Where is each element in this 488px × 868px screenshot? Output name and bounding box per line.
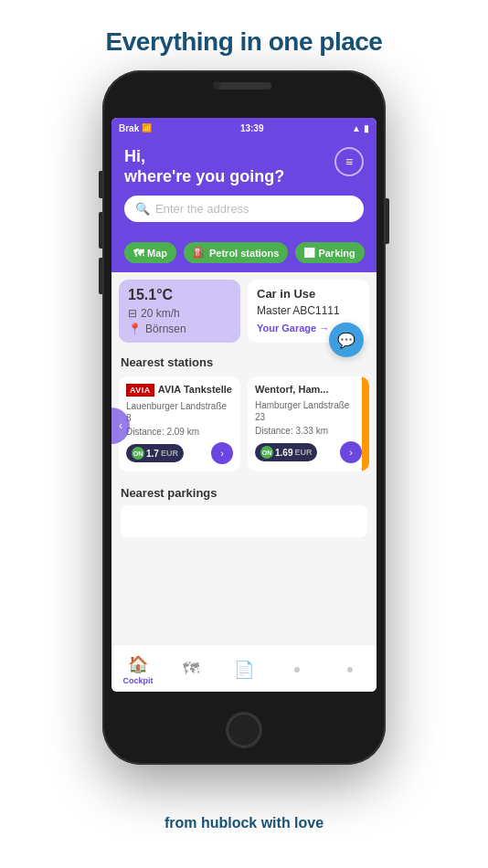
car-in-use-label: Car in Use [257,287,360,301]
map-filter-label: Map [147,248,167,259]
cockpit-nav-label: Cockpit [122,676,153,685]
map-filter-button[interactable]: 🗺 Map [124,242,176,263]
nav-item-cockpit[interactable]: 🏠 Cockpit [111,654,164,685]
station-1-price: 1.7 [146,449,159,459]
location-name: Börnsen [145,323,186,335]
phone-top-bar [102,70,386,125]
petrol-filter-button[interactable]: ⛽ Petrol stations [184,242,288,263]
station-1-on-indicator: ON [132,447,144,460]
page-tagline: from hublock with love [0,801,488,850]
station-1-address: Lauenburger Landstraße 8 [126,400,233,424]
search-icon: 🔍 [135,202,150,216]
station-2-currency: EUR [294,448,312,457]
station-1-price-badge: ON 1.7 EUR [126,444,184,462]
home-button[interactable] [226,712,262,748]
nav-item-dot2[interactable] [324,667,377,672]
station-card-2[interactable]: Wentorf, Ham... Hamburger Landstraße 23 … [248,376,369,471]
speed-value: 20 km/h [141,307,180,320]
nav-item-docs[interactable]: 📄 [217,660,271,680]
station-2-distance: Distance: 3.33 km [255,426,362,436]
parking-icon: 🅿 [304,248,314,259]
station-2-price: 1.69 [275,448,292,458]
nav-dot-2 [347,667,353,672]
temperature-display: 15.1°C [128,287,231,303]
phone-screen: Brak 📶 13:39 ▲ ▮ Hi, where're you going? [111,118,377,692]
nav-item-dot1[interactable] [271,667,324,672]
map-nav-icon: 🗺 [183,660,199,679]
station-2-address: Hamburger Landstraße 23 [255,399,362,423]
nav-item-map[interactable]: 🗺 [164,660,217,679]
speaker [217,82,271,90]
station-card-1[interactable]: AVIA AVIA Tankstelle Lauenburger Landstr… [119,376,240,471]
phone-frame: Brak 📶 13:39 ▲ ▮ Hi, where're you going? [102,70,386,765]
petrol-icon: ⛽ [193,247,206,259]
location-display: 📍 Börnsen [128,323,231,335]
search-bar[interactable]: 🔍 Enter the address [124,196,364,222]
nearest-parkings-title: Nearest parkings [121,482,367,503]
station-2-on-indicator: ON [260,446,273,459]
station-1-footer: ON 1.7 EUR › [126,442,233,464]
car-plate: Master ABC1111 [257,304,360,317]
wind-speed: ⊟ 20 km/h [128,307,231,320]
nav-dot-1 [294,667,300,672]
search-placeholder: Enter the address [155,202,249,216]
info-cards-row: 15.1°C ⊟ 20 km/h 📍 Börnsen Car in Use Ma… [111,272,377,350]
petrol-filter-label: Petrol stations [209,248,279,259]
chat-fab-button[interactable]: 💬 [329,323,364,357]
station-1-currency: EUR [161,449,178,458]
page-background: Everything in one place Brak 📶 13:39 ▲ [0,0,488,868]
camera [213,81,220,89]
station-2-name: Wentorf, Ham... [255,384,328,396]
station-2-navigate-button[interactable]: › [340,441,362,463]
chevron-left-icon: ‹ [119,419,122,432]
volume-down-button [99,258,102,294]
menu-button[interactable]: ≡ [334,147,364,176]
document-nav-icon: 📄 [234,660,254,680]
greeting-line2: where're you going? [124,167,284,187]
home-icon: 🏠 [128,654,148,674]
station-1-name: AVIA Tankstelle [158,384,232,396]
hamburger-icon: ≡ [345,154,353,169]
parking-filter-label: Parking [318,248,355,259]
header-top: Hi, where're you going? ≡ [124,147,364,186]
station-1-distance: Distance: 2.09 km [126,427,233,437]
station-1-header: AVIA AVIA Tankstelle [126,384,233,397]
filter-row: 🗺 Map ⛽ Petrol stations 🅿 Parking [111,235,377,272]
station-1-navigate-button[interactable]: › [211,442,233,464]
station-2-header: Wentorf, Ham... [255,384,362,396]
power-button [386,198,389,244]
avia-logo: AVIA [126,384,154,397]
bottom-navigation: 🏠 Cockpit 🗺 📄 [111,644,377,692]
volume-up-button [99,212,102,249]
station-2-price-badge: ON 1.69 EUR [255,443,317,461]
chat-icon: 💬 [337,332,355,349]
nearest-parkings-section: Nearest parkings [111,479,377,545]
orange-brand-accent [362,376,369,471]
stations-row: ‹ AVIA AVIA Tankstelle Lauenburger Lands… [111,373,377,479]
speed-icon: ⊟ [128,307,137,320]
station-2-footer: ON 1.69 EUR › [255,441,362,463]
map-icon: 🗺 [133,248,143,259]
app-header: Hi, where're you going? ≡ 🔍 Enter the ad… [111,138,377,235]
greeting-line1: Hi, [124,147,284,167]
parking-list-placeholder [121,505,367,537]
header-greeting: Hi, where're you going? [124,147,284,186]
mute-button [99,171,102,198]
location-pin-icon: 📍 [128,323,142,335]
weather-card: 15.1°C ⊟ 20 km/h 📍 Börnsen [119,280,240,343]
page-title: Everything in one place [88,0,401,70]
parking-filter-button[interactable]: 🅿 Parking [295,242,364,263]
